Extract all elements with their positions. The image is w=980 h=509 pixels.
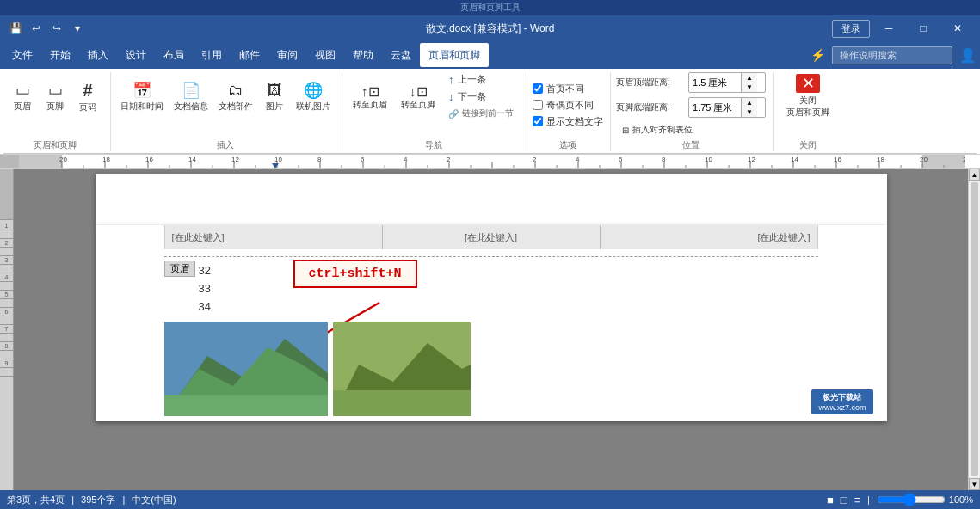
save-btn[interactable]: 💾 [7, 20, 24, 37]
ruler-15: 8 [0, 342, 13, 351]
ruler-1: 1 [0, 222, 13, 230]
ruler-4 [0, 248, 13, 256]
status-bar: 第3页，共4页 | 395个字 | 中文(中国) ■ □ ≡ | 100% [0, 490, 980, 509]
view-web-btn[interactable]: □ [841, 494, 847, 506]
docinfo-button[interactable]: 📄 文档信息 [169, 72, 213, 120]
datetime-icon: 📅 [133, 81, 151, 100]
docparts-button[interactable]: 🗂 文档部件 [214, 72, 257, 120]
menu-view[interactable]: 视图 [306, 43, 344, 67]
menu-cloud[interactable]: 云盘 [382, 43, 420, 67]
customize-btn[interactable]: ▾ [69, 20, 86, 37]
header-dist-up[interactable]: ▲ [742, 73, 757, 83]
group-nav-items: ↑⊡ 转至页眉 ↓⊡ 转至页脚 ↑ 上一条 [348, 72, 520, 138]
prev-section-btn[interactable]: ↑ 上一条 [442, 71, 520, 87]
footer-dist-value[interactable] [689, 101, 741, 113]
online-pic-button[interactable]: 🌐 联机图片 [292, 72, 335, 120]
group-nav-label: 导航 [348, 139, 520, 151]
doc-scroll-area[interactable]: ctrl+shift+N [14, 169, 968, 490]
page-number-button[interactable]: # 页码 [72, 72, 103, 120]
scroll-thumb[interactable] [971, 182, 978, 476]
footer-dist-up[interactable]: ▲ [742, 98, 757, 107]
window-title: 散文.docx [兼容模式] - Word [426, 21, 555, 36]
datetime-button[interactable]: 📅 日期和时间 [116, 72, 168, 120]
content-area: 1 2 3 4 5 6 7 8 9 [0, 169, 980, 490]
scroll-up-btn[interactable]: ▲ [969, 169, 980, 181]
datetime-label: 日期和时间 [120, 101, 163, 112]
menu-insert[interactable]: 插入 [79, 43, 117, 67]
view-print-btn[interactable]: ■ [827, 494, 834, 506]
title-bar-right: 登录 ─ □ ✕ [832, 15, 973, 41]
login-button[interactable]: 登录 [832, 20, 870, 38]
picture-button[interactable]: 🖼 图片 [259, 72, 290, 120]
menu-help[interactable]: 帮助 [344, 43, 382, 67]
group-header-footer: ▭ 页眉 ▭ 页脚 # 页码 页眉和页脚 [3, 72, 111, 151]
undo-btn[interactable]: ↩ [28, 20, 45, 37]
odd-diff-checkbox[interactable] [533, 100, 543, 110]
menu-references[interactable]: 引用 [193, 43, 231, 67]
ruler-6 [0, 265, 13, 273]
page-num-34: 34 [199, 300, 887, 313]
zoom-separator: | [867, 495, 870, 505]
menu-layout[interactable]: 布局 [155, 43, 193, 67]
page-numbers-area: 32 33 34 [96, 261, 887, 313]
zoom-slider[interactable] [877, 493, 946, 506]
group-insert-label: 插入 [116, 139, 335, 151]
page-num-icon: # [83, 81, 92, 101]
prev-label: 上一条 [458, 73, 486, 86]
footer-dist-label: 页脚底端距离: [616, 101, 685, 113]
app-window: 页眉和页脚工具 💾 ↩ ↪ ▾ 散文.docx [兼容模式] - Word 登录… [0, 0, 980, 509]
search-box[interactable]: 操作说明搜索 [832, 46, 952, 64]
footer-input-3[interactable] [601, 225, 817, 249]
scrollbar[interactable]: ▲ ▼ [968, 169, 980, 490]
align-tab-btn[interactable]: ⊞ 插入对齐制表位 [616, 122, 699, 138]
footer-input-1[interactable] [165, 225, 383, 249]
align-label: 插入对齐制表位 [632, 124, 693, 136]
close-header-footer-button[interactable]: ✕ 关闭页眉和页脚 [779, 72, 837, 120]
footer-dist-down[interactable]: ▼ [742, 107, 757, 117]
close-btn[interactable]: ✕ [942, 15, 973, 41]
header-distance-row: 页眉顶端距离: ▲ ▼ [616, 72, 766, 93]
ruler-9: 5 [0, 291, 13, 299]
header-dist-down[interactable]: ▼ [742, 83, 757, 92]
redo-btn[interactable]: ↪ [48, 20, 65, 37]
menu-file[interactable]: 文件 [3, 43, 41, 67]
down-icon: ↓ [448, 90, 454, 103]
close-hf-label: 关闭页眉和页脚 [786, 95, 829, 119]
menu-header-footer[interactable]: 页眉和页脚 [420, 43, 489, 67]
footer-input-2[interactable] [383, 225, 601, 249]
page-header-label: 页眉 [164, 261, 195, 277]
search-placeholder: 操作说明搜索 [840, 49, 897, 62]
footer-button[interactable]: ▭ 页脚 [40, 72, 71, 120]
maximize-btn[interactable]: □ [908, 15, 939, 41]
minimize-btn[interactable]: ─ [873, 15, 904, 41]
odd-even-diff[interactable]: 奇偶页不同 [533, 99, 594, 112]
goto-header-label: 转至页眉 [353, 100, 387, 110]
footer-bar [164, 225, 818, 249]
menu-mail[interactable]: 邮件 [231, 43, 268, 67]
link-prev-btn[interactable]: 🔗 链接到前一节 [442, 106, 520, 121]
group-pos-items: 页眉顶端距离: ▲ ▼ 页脚底端距离: [616, 72, 766, 138]
user-icon[interactable]: 👤 [959, 47, 977, 64]
next-section-btn[interactable]: ↓ 下一条 [442, 89, 520, 104]
show-doc-text[interactable]: 显示文档文字 [533, 115, 603, 128]
header-dist-input[interactable]: ▲ ▼ [688, 72, 766, 93]
docparts-label: 文档部件 [219, 101, 253, 112]
title-tools: 💾 ↩ ↪ ▾ [7, 20, 86, 37]
show-text-checkbox[interactable] [533, 116, 543, 126]
footer-dist-input[interactable]: ▲ ▼ [688, 97, 766, 118]
view-read-btn[interactable]: ≡ [854, 494, 861, 506]
header-button[interactable]: ▭ 页眉 [7, 72, 38, 120]
menu-review[interactable]: 审阅 [268, 43, 306, 67]
first-diff-checkbox[interactable] [533, 83, 543, 94]
menu-start[interactable]: 开始 [41, 43, 79, 67]
tab-top-bar: 页眉和页脚工具 [0, 0, 980, 15]
goto-header-button[interactable]: ↑⊡ 转至页眉 [348, 72, 392, 120]
goto-footer-button[interactable]: ↓⊡ 转至页脚 [396, 72, 441, 120]
menu-design[interactable]: 设计 [117, 43, 155, 67]
menu-bar-right: ⚡ 操作说明搜索 👤 [811, 46, 977, 64]
ribbon: ▭ 页眉 ▭ 页脚 # 页码 页眉和页脚 [0, 69, 980, 155]
title-bar: 💾 ↩ ↪ ▾ 散文.docx [兼容模式] - Word 登录 ─ □ ✕ [0, 15, 980, 41]
scroll-down-btn[interactable]: ▼ [969, 478, 980, 490]
header-dist-value[interactable] [689, 77, 741, 89]
first-page-diff[interactable]: 首页不同 [533, 83, 584, 95]
